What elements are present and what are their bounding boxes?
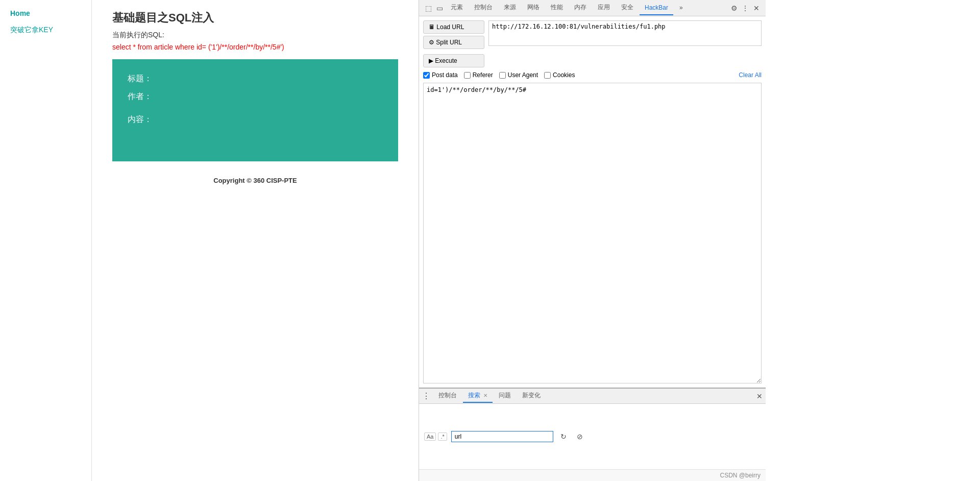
url-input[interactable]: http://172.16.12.100:81/vulnerabilities/… [488, 20, 762, 46]
bottom-tabs: ⋮ 控制台 搜索 ✕ 问题 新变化 ✕ [419, 389, 766, 404]
cookies-option[interactable]: Cookies [544, 71, 575, 79]
user-agent-label: User Agent [508, 71, 538, 79]
tab-application[interactable]: 应用 [593, 0, 615, 16]
tab-console[interactable]: 控制台 [469, 0, 498, 16]
devtools-panel: ⬚ ▭ 元素 控制台 来源 网络 性能 内存 应用 安全 HackBar » ⚙… [419, 0, 766, 481]
hackbar-buttons: 🖩 Load URL ⚙ Split URL [423, 20, 484, 49]
page-title: 基础题目之SQL注入 [112, 10, 398, 26]
search-clear-icon[interactable]: ⊘ [574, 430, 586, 443]
search-options: Aa .* [424, 432, 447, 441]
post-data-option[interactable]: Post data [423, 71, 458, 79]
url-input-area: http://172.16.12.100:81/vulnerabilities/… [488, 20, 762, 46]
search-tab-close[interactable]: ✕ [483, 393, 487, 398]
tab-network[interactable]: 网络 [522, 0, 545, 16]
devtools-toolbar: ⬚ ▭ 元素 控制台 来源 网络 性能 内存 应用 安全 HackBar » ⚙… [419, 0, 766, 16]
referer-option[interactable]: Referer [464, 71, 493, 79]
tab-memory[interactable]: 内存 [569, 0, 592, 16]
tab-performance[interactable]: 性能 [546, 0, 568, 16]
hackbar-area: 🖩 Load URL ⚙ Split URL http://172.16.12.… [419, 16, 766, 388]
post-data-textarea[interactable]: id=1')/**/order/**/by/**/5# [423, 83, 762, 383]
tab-sources[interactable]: 来源 [499, 0, 521, 16]
close-icon[interactable]: ✕ [751, 3, 762, 13]
execute-button[interactable]: ▶ Execute [423, 54, 484, 67]
bottom-menu-icon[interactable]: ⋮ [422, 391, 430, 401]
more-icon[interactable]: ⋮ [740, 3, 750, 13]
tab-elements[interactable]: 元素 [446, 0, 468, 16]
referer-label: Referer [473, 71, 493, 79]
bottom-panel: ⋮ 控制台 搜索 ✕ 问题 新变化 ✕ Aa .* ↻ ⊘ [419, 388, 766, 469]
referer-checkbox[interactable] [464, 72, 471, 79]
sql-label: 当前执行的SQL: [112, 31, 398, 40]
sidebar: Home 突破它拿KEY [0, 0, 92, 481]
sidebar-item-key[interactable]: 突破它拿KEY [5, 21, 86, 39]
tab-hackbar[interactable]: HackBar [640, 1, 673, 15]
inspect-icon[interactable]: ⬚ [423, 3, 433, 13]
split-url-button[interactable]: ⚙ Split URL [423, 36, 484, 49]
bottom-close-button[interactable]: ✕ [756, 392, 763, 400]
author-field: 作者： [128, 87, 383, 105]
bottom-content: Aa .* ↻ ⊘ [419, 404, 766, 469]
cookies-label: Cookies [553, 71, 575, 79]
copyright: Copyright © 360 CISP-PTE [112, 177, 398, 184]
title-field: 标题： [128, 69, 383, 87]
sql-statement: select * from article where id= ('1')/**… [112, 43, 398, 51]
load-url-button[interactable]: 🖩 Load URL [423, 20, 484, 34]
bottom-tab-console[interactable]: 控制台 [433, 389, 462, 403]
webpage-panel: 基础题目之SQL注入 当前执行的SQL: select * from artic… [92, 0, 419, 481]
user-agent-option[interactable]: User Agent [499, 71, 538, 79]
search-input[interactable] [451, 431, 553, 442]
post-data-checkbox[interactable] [423, 72, 430, 79]
post-data-label: Post data [432, 71, 458, 79]
footer-credit: CSDN @beirry [419, 469, 766, 481]
cookies-checkbox[interactable] [544, 72, 551, 79]
aa-label[interactable]: Aa [424, 432, 436, 441]
options-row: Post data Referer User Agent Cookies Cle… [423, 70, 762, 80]
tab-security[interactable]: 安全 [616, 0, 639, 16]
user-agent-checkbox[interactable] [499, 72, 506, 79]
clear-all-button[interactable]: Clear All [739, 71, 762, 79]
bottom-tab-changes[interactable]: 新变化 [517, 389, 546, 403]
content-box: 标题： 作者： 内容： [112, 59, 398, 161]
tab-more[interactable]: » [674, 1, 688, 15]
device-icon[interactable]: ▭ [434, 3, 445, 13]
sidebar-item-home[interactable]: Home [5, 5, 86, 21]
settings-icon[interactable]: ⚙ [729, 3, 739, 13]
regex-label[interactable]: .* [438, 432, 447, 441]
search-refresh-icon[interactable]: ↻ [557, 430, 570, 443]
bottom-tab-search[interactable]: 搜索 ✕ [463, 389, 493, 403]
bottom-tab-issues[interactable]: 问题 [494, 389, 516, 403]
execute-row: ▶ Execute [423, 52, 762, 67]
hackbar-top: 🖩 Load URL ⚙ Split URL http://172.16.12.… [423, 20, 762, 49]
content-field: 内容： [128, 110, 383, 128]
